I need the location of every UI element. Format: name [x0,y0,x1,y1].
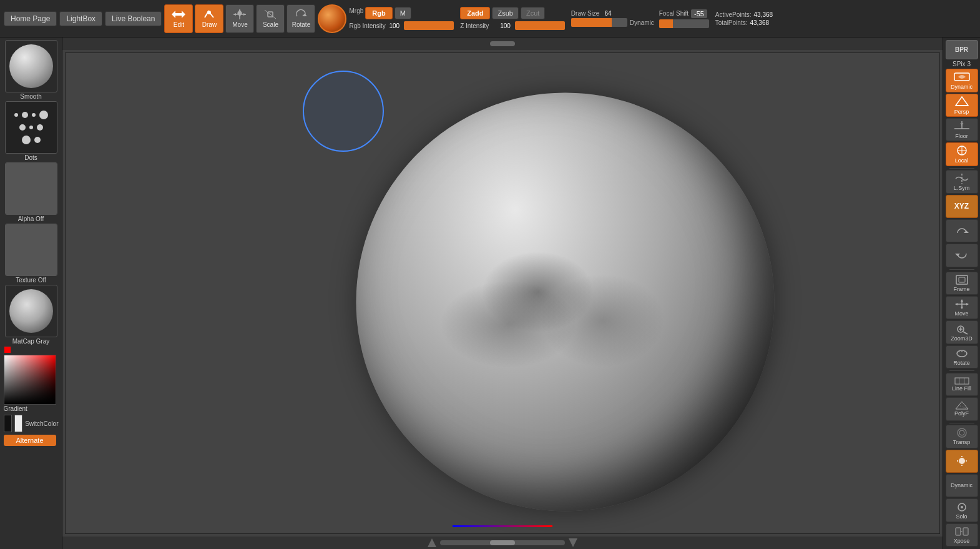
svg-marker-31 [966,303,969,305]
scroll-arrow-down[interactable] [569,538,577,547]
xyz-button[interactable]: XYZ [946,195,978,218]
rotate-label: Rotate [953,360,970,366]
z-intensity-slider[interactable] [515,21,565,30]
svg-text:Y: Y [960,122,964,127]
zoom3d-label: Zoom3D [951,336,973,342]
move-label: Move [954,311,968,317]
dot-2 [22,112,28,118]
draw-size-value: 64 [604,10,611,17]
xpose-button[interactable]: Xpose [946,523,978,547]
persp-button[interactable]: Persp [946,94,978,117]
scroll-arrow-up[interactable] [428,538,436,547]
focal-shift-slider[interactable] [659,19,709,28]
move-button[interactable]: Move [225,4,254,33]
scroll-thumb-bottom[interactable] [490,540,515,545]
svg-rect-25 [959,277,965,282]
m-button[interactable]: M [394,7,411,19]
svg-rect-37 [955,378,969,384]
line-fill-button[interactable]: Line Fill [946,373,978,396]
live-boolean-button[interactable]: Live Boolean [105,11,162,26]
transp-label: Transp [953,440,971,445]
sculpt-shadow-2 [440,280,577,368]
polyf-button[interactable]: PolyF [946,397,978,420]
right-sidebar: BPR SPix 3 Dynamic Persp Y Floor [943,37,980,549]
dots-brush-item[interactable]: Dots [4,101,59,161]
total-points-label: TotalPoints: [715,19,748,26]
edit-button[interactable]: Edit [164,4,193,33]
persp-label: Persp [954,109,969,115]
matcap-item[interactable]: MatCap Gray [4,285,59,345]
local-label: Local [955,158,969,164]
alpha-off-item[interactable]: Alpha Off [4,162,59,222]
focal-shift-value: -55 [691,9,707,18]
swatch-black[interactable] [4,415,12,432]
divider-1 [949,168,974,169]
scale-button[interactable]: Scale [256,4,285,33]
color-indicator[interactable] [4,346,11,354]
dynamic2-button[interactable]: Dynamic [946,474,978,497]
rotate-small-2[interactable] [946,244,978,267]
rgb-intensity-value: 100 [389,22,399,29]
canvas-viewport[interactable] [65,52,940,534]
rotate-button[interactable]: Rotate [287,4,315,33]
color-picker[interactable]: Gradient SwitchColor Alternate [4,346,59,446]
zoom3d-button[interactable]: Zoom3D [946,320,978,344]
dots-label: Dots [24,154,37,161]
swatch-white[interactable] [14,415,22,432]
active-points-value: 43,368 [754,11,773,18]
draw-size-slider[interactable] [571,18,627,27]
dot-6 [29,126,33,129]
z-intensity-row: Z Intensity 100 [460,21,565,30]
tool-group: Edit Draw Move Scale [164,4,315,33]
texture-off-item[interactable]: Texture Off [4,224,59,284]
illum-button[interactable] [946,450,978,473]
move-3d-button[interactable]: Move [946,296,978,319]
zcut-button[interactable]: Zcut [521,7,545,19]
brush-cursor [303,71,384,152]
rgb-intensity-label: Rgb Intensity [349,22,386,29]
rotate-3d-button[interactable]: Rotate [946,345,978,368]
home-page-button[interactable]: Home Page [4,11,57,26]
matcap-label: MatCap Gray [12,338,49,345]
canvas-scroll-bottom [62,537,943,549]
svg-marker-23 [955,254,960,256]
lightbox-button[interactable]: LightBox [59,11,102,26]
zadd-button[interactable]: Zadd [460,7,490,19]
svg-rect-24 [956,275,968,284]
material-sphere[interactable] [318,4,346,33]
alternate-button[interactable]: Alternate [4,435,56,446]
z-intensity-value: 100 [500,22,511,29]
svg-marker-40 [956,402,968,409]
svg-line-33 [963,332,968,334]
draw-size-group: Draw Size 64 Dynamic [571,10,654,27]
color-mode-group: Mrgb Rgb M Rgb Intensity 100 [349,7,454,30]
floor-button[interactable]: Y Floor [946,118,978,141]
svg-marker-28 [961,299,963,302]
lsym-button[interactable]: L.Sym [946,170,978,193]
divider-4 [949,423,974,423]
dot-1 [14,113,18,117]
rotate-small-1[interactable] [946,219,978,242]
svg-rect-53 [963,528,968,535]
color-gradient-box[interactable] [4,355,56,405]
dot-9 [34,137,41,143]
local-button[interactable]: Local [946,142,978,166]
dynamic-button[interactable]: Dynamic [946,69,978,92]
dynamic-label: Dynamic [630,19,654,26]
rgb-button[interactable]: Rgb [365,7,392,19]
scroll-bar-bottom[interactable] [440,540,565,545]
frame-button[interactable]: Frame [946,272,978,295]
zsub-button[interactable]: Zsub [492,7,518,19]
svg-point-51 [961,506,963,508]
scroll-handle-top[interactable] [490,41,515,46]
lsym-label: L.Sym [954,185,970,191]
canvas-area [62,37,943,549]
solo-button[interactable]: Solo [946,498,978,522]
bpr-button[interactable]: BPR [946,40,978,59]
z-intensity-label: Z Intensity [460,22,497,29]
transp-button[interactable]: Transp [946,425,978,448]
rgb-intensity-slider[interactable] [404,21,454,30]
svg-point-3 [207,11,211,14]
smooth-brush-item[interactable]: Smooth [4,40,59,100]
draw-button[interactable]: Draw [195,4,223,33]
